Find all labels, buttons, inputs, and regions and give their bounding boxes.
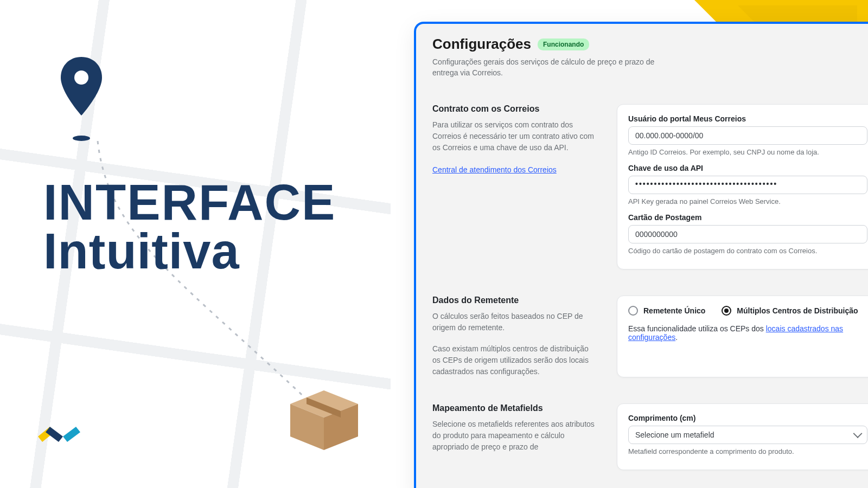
map-pin-icon <box>60 57 103 144</box>
posting-card-help: Código do cartão de postagem do contrato… <box>628 247 867 255</box>
radio-single-sender[interactable]: Remetente Único <box>628 306 705 316</box>
length-label: Comprimento (cm) <box>628 414 867 422</box>
sender-card: Remetente Único Múltiplos Centros de Dis… <box>617 296 868 377</box>
posting-card-input[interactable] <box>628 225 867 243</box>
status-badge: Funcionando <box>538 38 589 50</box>
svg-point-3 <box>73 136 90 141</box>
user-input[interactable] <box>628 126 867 145</box>
radio-multi-label: Múltiplos Centros de Distribuição <box>737 306 858 315</box>
user-label: Usuário do portal Meus Correios <box>628 114 867 123</box>
hero-headline: INTERFACE Intuitiva <box>43 179 336 276</box>
contract-card: Usuário do portal Meus Correios Antigo I… <box>617 104 868 269</box>
settings-panel: Configurações Funcionando Configurações … <box>414 22 868 488</box>
section-contract: Contrato com os Correios Para utilizar o… <box>432 104 868 269</box>
length-help: Metafield correspondente a comprimento d… <box>628 447 867 455</box>
section-sender: Dados do Remetente O cálculos serão feit… <box>432 296 868 377</box>
api-key-help: API Key gerada no painel Correios Web Se… <box>628 197 867 206</box>
sender-note-suffix: . <box>675 333 678 342</box>
radio-multi-centers[interactable]: Múltiplos Centros de Distribuição <box>722 306 858 316</box>
api-key-label: Chave de uso da API <box>628 164 867 172</box>
sender-note-prefix: Essa funcionalidade utiliza os CEPs dos <box>628 324 766 333</box>
page-subtitle: Configurações gerais dos serviços de cál… <box>432 57 660 78</box>
sender-desc-1: O cálculos serão feitos baseados no CEP … <box>432 311 595 333</box>
contract-help-link[interactable]: Central de atendimento dos Correios <box>432 165 557 174</box>
sender-title: Dados do Remetente <box>432 296 595 305</box>
metafields-description: Selecione os metafields referentes aos a… <box>432 419 595 453</box>
radio-single-label: Remetente Único <box>643 306 705 315</box>
package-box-icon <box>285 385 363 450</box>
hero-line-2: Intuitiva <box>43 226 336 276</box>
svg-marker-10 <box>63 427 80 442</box>
contract-title: Contrato com os Correios <box>432 104 595 114</box>
contract-description: Para utilizar os serviços com contrato d… <box>432 119 595 153</box>
radio-dot-icon <box>628 306 638 316</box>
section-metafields: Mapeamento de Metafields Selecione os me… <box>432 403 868 470</box>
length-select[interactable]: Selecione um metafield <box>628 426 867 444</box>
posting-card-label: Cartão de Postagem <box>628 213 867 222</box>
metafields-card: Comprimento (cm) Selecione um metafield … <box>617 403 868 470</box>
radio-dot-filled-icon <box>722 306 731 316</box>
sender-desc-2: Caso existam múltiplos centros de distri… <box>432 343 595 377</box>
correios-logo-icon <box>38 420 81 453</box>
page-title: Configurações <box>432 36 531 53</box>
api-key-input[interactable]: •••••••••••••••••••••••••••••••••••••• <box>628 176 867 194</box>
hero-line-1: INTERFACE <box>43 179 336 226</box>
sender-note: Essa funcionalidade utiliza os CEPs dos … <box>628 324 867 342</box>
hero-area: INTERFACE Intuitiva <box>0 0 391 488</box>
metafields-title: Mapeamento de Metafields <box>432 403 595 413</box>
user-help: Antigo ID Correios. Por exemplo, seu CNP… <box>628 148 867 156</box>
svg-point-2 <box>74 70 88 85</box>
